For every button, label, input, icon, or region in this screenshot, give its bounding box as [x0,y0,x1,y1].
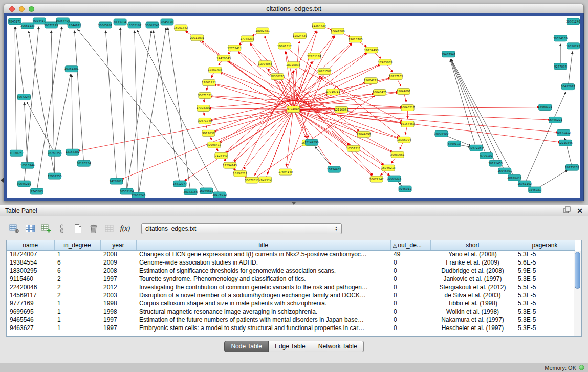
table-cell[interactable]: 0 [390,308,430,316]
table-cell[interactable]: Embryonic stem cells: a model to study s… [136,324,390,332]
graph-node[interactable]: 18725033 [286,62,300,68]
graph-node[interactable]: 11254439 [312,23,326,29]
graph-node[interactable]: 7625440 [259,177,272,183]
graph-edge[interactable] [55,74,71,153]
graph-node[interactable]: 12665243 [132,192,146,198]
new-document-button[interactable] [71,222,84,236]
table-cell[interactable]: Estimation of significance thresholds fo… [136,267,390,275]
table-cell[interactable]: 0 [390,267,430,275]
graph-node[interactable]: 30170234 [77,160,91,166]
graph-edge[interactable] [105,31,116,181]
panel-collapse-handle[interactable] [1,178,4,183]
graph-edge[interactable] [221,43,351,156]
graph-node[interactable]: 7845271 [8,18,21,25]
table-cell[interactable]: 2009 [100,258,136,267]
graph-node[interactable]: 17594140 [278,169,293,175]
graph-node[interactable]: 9277034 [554,63,567,70]
table-cell[interactable]: 1997 [100,316,136,324]
table-cell[interactable]: 5.9E-5 [515,267,575,275]
table-cell[interactable]: Tibbo et al. (1998) [430,299,515,308]
graph-edge[interactable] [293,109,560,142]
table-scrollbar[interactable] [574,251,581,336]
graph-edge[interactable] [234,109,293,161]
table-cell[interactable]: Structural magnetic resonance image aver… [136,308,390,316]
column-header-in-degree[interactable]: in_degree [54,240,100,250]
graph-node[interactable]: 12210345 [558,140,573,146]
graph-edge[interactable] [120,28,127,191]
graph-node[interactable]: 16046425 [373,90,387,96]
graph-edge[interactable] [293,109,399,138]
table-cell[interactable]: Yano et al. (2008) [430,250,515,258]
graph-edge[interactable] [568,52,573,87]
table-cell[interactable]: Stergiakouli et al. (2012) [430,283,515,291]
graph-node[interactable]: 30665210 [17,181,31,187]
tab-edge-table[interactable]: Edge Table [269,341,312,352]
table-cell[interactable]: 6 [54,267,100,275]
graph-node[interactable]: 19861211 [202,80,216,86]
graph-node[interactable]: 16046512 [199,188,213,194]
import-table-button[interactable] [102,222,116,236]
graph-node[interactable]: 18955794 [397,137,411,143]
graph-node[interactable]: 30998417 [207,142,221,148]
graph-node[interactable]: 16775201 [565,164,579,170]
table-cell[interactable]: 1 [54,308,100,316]
graph-node[interactable]: 19861312 [277,43,292,49]
graph-node[interactable]: 16310245 [566,43,580,49]
graph-edge[interactable] [255,109,293,175]
graph-node[interactable]: 9845120 [161,19,173,25]
graph-node[interactable]: 15901255 [48,173,62,179]
graph-node[interactable]: 19154459 [401,121,415,127]
graph-node[interactable]: 16951102 [517,181,532,187]
table-settings-button[interactable] [7,222,21,236]
column-header-title[interactable]: title [136,240,390,250]
graph-edge[interactable] [72,75,73,152]
graph-node[interactable]: 22044097 [357,131,371,137]
graph-edge[interactable] [293,109,558,132]
column-header-name[interactable]: name [7,240,54,250]
table-cell[interactable]: Genome-wide association studies in ADHD. [136,258,390,267]
table-cell[interactable]: Dudbridge et al. (2008) [430,267,515,275]
table-cell[interactable]: 5.3E-5 [515,308,575,316]
table-cell[interactable]: Hescheler et al. (1997) [430,324,515,332]
graph-node[interactable]: 30175012 [212,192,227,198]
graph-edge[interactable] [15,27,24,97]
scrollbar-thumb[interactable] [575,252,580,289]
graph-edge[interactable] [240,31,316,173]
graph-node[interactable]: 32201174 [307,53,321,59]
table-cell[interactable]: 1997 [100,275,136,283]
table-cell[interactable]: 5.3E-5 [515,291,575,299]
graph-node[interactable]: 16261502 [317,69,332,75]
table-cell[interactable]: 5.3E-5 [515,316,575,324]
graph-edge[interactable] [27,102,55,153]
row-tools-button[interactable] [55,222,69,236]
network-window-titlebar[interactable]: citations_edges.txt [4,4,584,13]
graph-node[interactable]: 9911037 [202,130,215,136]
close-panel-icon[interactable]: ✕ [577,207,583,214]
graph-node[interactable]: 17594145 [223,162,237,168]
graph-node[interactable]: 16046301 [497,168,512,174]
table-cell[interactable]: 18300295 [7,267,54,275]
table-cell[interactable]: 9463627 [7,324,54,332]
graph-node[interactable]: 9745503 [30,188,43,194]
graph-edge[interactable] [37,27,62,191]
graph-node[interactable]: 31044091 [397,89,411,95]
graph-node[interactable]: 26260253 [48,150,62,156]
graph-node[interactable]: 11604271 [364,78,378,84]
graph-node[interactable]: 6799102 [480,152,493,159]
graph-edge[interactable] [451,59,515,178]
graph-edge[interactable] [137,30,220,195]
graph-node[interactable]: 18300295 [270,74,285,80]
network-table-select[interactable]: citations_edges.txt ▲▼ [141,223,342,234]
table-cell[interactable]: 9777169 [7,299,54,308]
table-row[interactable]: 1872400712008Changes of HCN gene express… [7,250,575,258]
tab-node-table[interactable]: Node Table [224,341,269,352]
graph-node[interactable]: 12116051 [334,107,349,113]
function-builder-button[interactable]: f(x) [118,222,132,236]
column-header-out-degree[interactable]: △out_de... [390,240,430,250]
graph-edge[interactable] [127,31,151,191]
graph-node[interactable]: 15958101 [538,104,552,111]
graph-node[interactable]: 16512077 [172,181,187,187]
graph-edge[interactable] [293,109,309,137]
table-cell[interactable]: 1997 [100,324,136,332]
graph-node[interactable]: 30665344 [507,174,521,181]
